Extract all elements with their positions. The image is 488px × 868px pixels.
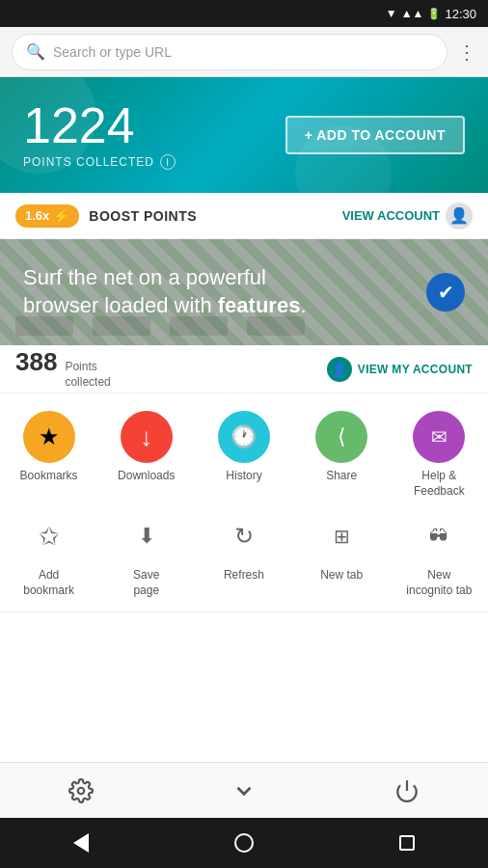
bookmarks-circle: ★	[23, 411, 75, 463]
new-tab-label: New tab	[320, 568, 363, 583]
battery-icon: 🔋	[427, 8, 441, 20]
recents-icon	[399, 835, 415, 851]
expand-button[interactable]	[215, 770, 273, 812]
share-circle: ⟨	[315, 411, 367, 463]
back-icon	[73, 833, 89, 853]
downloads-label: Downloads	[118, 469, 175, 484]
boost-left: 1.6x ⚡ BOOST POINTS	[15, 204, 197, 228]
action-bookmarks[interactable]: ★ Bookmarks	[6, 411, 93, 499]
account-avatar: 👤	[446, 203, 473, 230]
system-nav	[0, 818, 488, 868]
new-tab-circle: ⊞	[315, 510, 367, 562]
boost-badge[interactable]: 1.6x ⚡	[15, 204, 79, 228]
help-label: Help &Feedback	[414, 469, 465, 499]
settings-button[interactable]	[52, 770, 110, 812]
hero-text: Surf the net on a powerful browser loade…	[23, 264, 307, 319]
points-label: POINTS COLLECTED i	[23, 154, 176, 170]
action-history[interactable]: 🕐 History	[201, 411, 287, 499]
search-placeholder: Search or type URL	[53, 44, 172, 60]
wifi-icon: ▼	[386, 7, 397, 20]
boost-label[interactable]: BOOST POINTS	[89, 208, 197, 224]
action-new-tab[interactable]: ⊞ New tab	[298, 510, 385, 598]
new-incognito-label: Newincognito tab	[406, 568, 472, 598]
hero-check-icon: ✔	[426, 273, 465, 312]
points-number: 1224	[23, 100, 176, 150]
bottom-nav	[0, 762, 488, 818]
back-button[interactable]	[67, 828, 95, 857]
points-banner: 1224 POINTS COLLECTED i + ADD TO ACCOUNT	[0, 77, 488, 193]
boost-multiplier: 1.6x	[25, 208, 49, 223]
power-button[interactable]	[378, 770, 436, 812]
action-save-page[interactable]: ⬇ Savepage	[103, 510, 190, 598]
add-bookmark-circle: ✩	[23, 510, 75, 562]
actions-row-2: ✩ Addbookmark ⬇ Savepage ↻ Refresh ⊞ New…	[0, 504, 488, 604]
info-icon[interactable]: i	[160, 154, 176, 170]
action-add-bookmark[interactable]: ✩ Addbookmark	[6, 510, 93, 598]
points-small-display: 388 Points collected	[15, 347, 111, 390]
actions-row-1: ★ Bookmarks ↓ Downloads 🕐 History ⟨ Shar…	[0, 405, 488, 504]
action-downloads[interactable]: ↓ Downloads	[103, 411, 190, 499]
save-page-circle: ⬇	[121, 510, 173, 562]
history-label: History	[226, 469, 261, 484]
add-to-account-button[interactable]: + ADD TO ACCOUNT	[285, 116, 465, 154]
search-icon: 🔍	[26, 42, 45, 61]
home-button[interactable]	[230, 828, 258, 857]
points-value: 388	[15, 347, 57, 377]
points-info: 1224 POINTS COLLECTED i	[23, 100, 176, 170]
search-box[interactable]: 🔍 Search or type URL	[12, 34, 447, 70]
share-label: Share	[326, 469, 357, 484]
view-my-account-avatar: 👤	[327, 357, 352, 382]
view-my-account-button[interactable]: 👤 VIEW MY ACCOUNT	[327, 357, 473, 382]
points-row: 388 Points collected 👤 VIEW MY ACCOUNT	[0, 345, 488, 393]
action-refresh[interactable]: ↻ Refresh	[201, 510, 287, 598]
more-options-icon[interactable]: ⋮	[457, 41, 476, 64]
lightning-icon: ⚡	[53, 208, 69, 224]
help-circle: ✉	[413, 411, 465, 463]
status-icons: ▼ ▲▲ 🔋 12:30	[386, 7, 476, 21]
downloads-circle: ↓	[121, 411, 173, 463]
recents-button[interactable]	[393, 828, 421, 857]
add-bookmark-label: Addbookmark	[23, 568, 74, 598]
history-circle: 🕐	[218, 411, 270, 463]
new-incognito-circle: 🕶	[413, 510, 465, 562]
action-share[interactable]: ⟨ Share	[298, 411, 385, 499]
quick-actions: ★ Bookmarks ↓ Downloads 🕐 History ⟨ Shar…	[0, 393, 488, 612]
save-page-label: Savepage	[133, 568, 159, 598]
hero-section: Surf the net on a powerful browser loade…	[0, 239, 488, 345]
action-help[interactable]: ✉ Help &Feedback	[395, 411, 482, 499]
home-icon	[234, 833, 254, 853]
boost-bar: 1.6x ⚡ BOOST POINTS VIEW ACCOUNT 👤	[0, 193, 488, 239]
address-bar: 🔍 Search or type URL ⋮	[0, 27, 488, 77]
view-account-button[interactable]: VIEW ACCOUNT 👤	[342, 203, 473, 230]
refresh-circle: ↻	[218, 510, 270, 562]
action-new-incognito-tab[interactable]: 🕶 Newincognito tab	[395, 510, 482, 598]
bookmarks-label: Bookmarks	[20, 469, 78, 484]
status-bar: ▼ ▲▲ 🔋 12:30	[0, 0, 488, 27]
signal-icon: ▲▲	[401, 7, 424, 20]
points-description: Points collected	[65, 360, 110, 390]
status-time: 12:30	[445, 7, 476, 21]
refresh-label: Refresh	[224, 568, 264, 583]
svg-point-0	[78, 787, 85, 794]
